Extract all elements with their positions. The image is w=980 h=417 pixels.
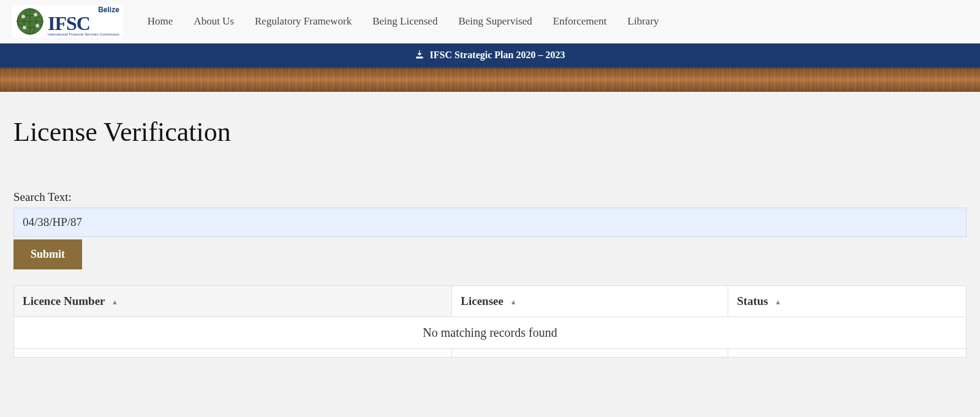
- column-status[interactable]: Status ▲: [728, 285, 967, 317]
- logo[interactable]: Belize IFSC International Financial Serv…: [12, 5, 123, 38]
- logo-ifsc: IFSC: [48, 13, 119, 33]
- footer-cell: [14, 348, 452, 357]
- nav-regulatory-framework[interactable]: Regulatory Framework: [255, 15, 352, 28]
- svg-point-7: [36, 24, 39, 28]
- wood-strip: [0, 67, 980, 92]
- sort-asc-icon: ▲: [111, 298, 118, 306]
- svg-point-8: [23, 26, 26, 29]
- logo-text: Belize IFSC International Financial Serv…: [48, 6, 119, 37]
- main-nav: Home About Us Regulatory Framework Being…: [148, 15, 659, 28]
- page-title: License Verification: [13, 116, 967, 148]
- download-icon: [415, 50, 424, 61]
- svg-point-6: [34, 13, 37, 17]
- svg-point-5: [21, 15, 25, 18]
- strategic-plan-banner[interactable]: IFSC Strategic Plan 2020 – 2023: [0, 43, 980, 67]
- nav-about-us[interactable]: About Us: [194, 15, 234, 28]
- logo-subtitle: International Financial Services Commiss…: [48, 33, 119, 37]
- nav-being-licensed[interactable]: Being Licensed: [372, 15, 437, 28]
- nav-enforcement[interactable]: Enforcement: [553, 15, 607, 28]
- column-label: Licence Number: [23, 295, 105, 307]
- banner-text: IFSC Strategic Plan 2020 – 2023: [430, 50, 565, 60]
- search-label: Search Text:: [13, 190, 967, 204]
- nav-home[interactable]: Home: [148, 15, 173, 28]
- results-table-wrap: Licence Number ▲ Licensee ▲ Status ▲ No …: [13, 285, 967, 358]
- table-footer-row: [14, 348, 967, 357]
- content: License Verification Search Text: Submit…: [0, 92, 980, 370]
- column-licence-number[interactable]: Licence Number ▲: [14, 285, 452, 317]
- column-label: Status: [737, 295, 768, 307]
- search-input[interactable]: [13, 208, 967, 237]
- results-table: Licence Number ▲ Licensee ▲ Status ▲ No …: [13, 285, 967, 358]
- sort-asc-icon: ▲: [775, 298, 782, 306]
- no-records-text: No matching records found: [14, 317, 967, 348]
- nav-being-supervised[interactable]: Being Supervised: [458, 15, 532, 28]
- submit-button[interactable]: Submit: [13, 239, 82, 269]
- no-records-row: No matching records found: [14, 317, 967, 348]
- footer-cell: [452, 348, 728, 357]
- column-label: Licensee: [461, 295, 503, 307]
- column-licensee[interactable]: Licensee ▲: [452, 285, 728, 317]
- sort-asc-icon: ▲: [510, 298, 517, 306]
- footer-cell: [728, 348, 967, 357]
- globe-icon: [16, 7, 44, 36]
- header: Belize IFSC International Financial Serv…: [0, 0, 980, 43]
- nav-library[interactable]: Library: [628, 15, 659, 28]
